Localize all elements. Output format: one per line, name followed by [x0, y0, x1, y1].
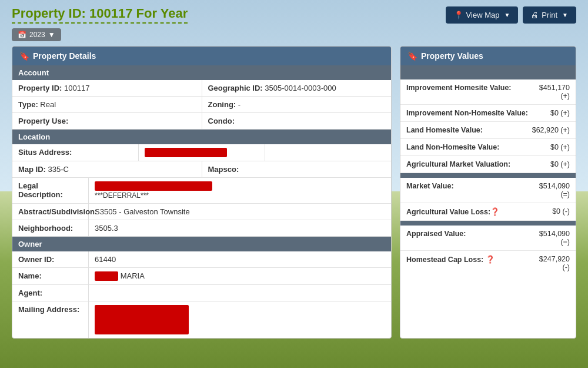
type-label: Type:: [18, 100, 38, 109]
homestead-cap-loss-label: Homestead Cap Loss: ❓: [406, 255, 539, 264]
legal-desc-row: Legal Description: ***DEFERRAL***: [12, 178, 391, 204]
condo-cell: Condo:: [202, 113, 392, 129]
name-redacted: [95, 271, 118, 281]
owner-id-value: 61440: [95, 255, 116, 264]
print-label: Print: [542, 11, 557, 19]
owner-id-label: Owner ID:: [18, 255, 54, 264]
property-use-cell: Property Use:: [12, 113, 202, 129]
homestead-cap-loss-row: Homestead Cap Loss: ❓ $247,920(-): [400, 251, 576, 276]
top-buttons: 📍 View Map ▼ 🖨 Print ▼: [446, 6, 576, 24]
property-id-label: Property ID:: [18, 84, 62, 92]
agricultural-market-label: Agricultural Market Valuation:: [406, 160, 550, 168]
values-separator-1: [400, 173, 576, 178]
type-cell: Type: Real: [12, 97, 202, 112]
name-partial-value: MARIA: [121, 271, 145, 280]
condo-label: Condo:: [208, 117, 235, 125]
legal-desc-label: Legal Description:: [18, 181, 63, 199]
values-subheader: [400, 65, 576, 79]
mailing-address-value-cell: [89, 301, 391, 338]
agent-label: Agent:: [18, 289, 42, 297]
land-non-homesite-label: Land Non-Homesite Value:: [406, 143, 550, 151]
year-dropdown[interactable]: 📅 2023 ▼: [12, 28, 61, 41]
abstract-value-cell: S3505 - Galveston Townsite: [89, 204, 391, 220]
situs-address-extra-cell: [265, 144, 391, 161]
improvement-homesite-amount: $451,170(+): [539, 84, 570, 100]
agricultural-value-loss-label: Agricultural Value Loss:❓: [406, 207, 552, 216]
mapsco-cell: Mapsco:: [202, 161, 392, 177]
property-id-row: Property ID: 100117 Geographic ID: 3505-…: [12, 80, 391, 97]
bookmark-values-icon: 🔖: [407, 51, 417, 61]
property-values-title: Property Values: [421, 51, 483, 61]
type-value: Real: [40, 100, 56, 109]
abstract-label: Abstract/Subdivision:: [18, 207, 97, 216]
land-homesite-row: Land Homesite Value: $62,920 (+): [400, 122, 576, 139]
zoning-label: Zoning:: [208, 100, 236, 109]
improvement-non-homesite-row: Improvement Non-Homesite Value: $0 (+): [400, 105, 576, 122]
values-separator-2: [400, 221, 576, 226]
property-use-label: Property Use:: [18, 117, 68, 125]
legal-desc-label-cell: Legal Description:: [12, 178, 89, 203]
property-details-header: 🔖 Property Details: [12, 47, 391, 65]
owner-id-row: Owner ID: 61440: [12, 251, 391, 268]
zoning-cell: Zoning: -: [202, 97, 392, 112]
land-homesite-label: Land Homesite Value:: [406, 126, 532, 134]
situs-address-value-cell: [139, 144, 265, 161]
property-use-row: Property Use: Condo:: [12, 113, 391, 130]
appraised-value-label: Appraised Value:: [406, 230, 539, 238]
abstract-value: S3505 - Galveston Townsite: [95, 207, 190, 216]
owner-section-header: Owner: [12, 237, 391, 251]
land-homesite-amount: $62,920 (+): [532, 126, 570, 134]
situs-address-redacted: [145, 148, 227, 157]
homestead-cap-loss-amount: $247,920(-): [539, 255, 570, 271]
neighborhood-value: 3505.3: [95, 224, 118, 233]
land-non-homesite-amount: $0 (+): [550, 143, 570, 151]
owner-id-label-cell: Owner ID:: [12, 251, 89, 267]
neighborhood-label-cell: Neighborhood:: [12, 220, 89, 236]
view-map-button[interactable]: 📍 View Map ▼: [446, 6, 519, 24]
owner-id-value-cell: 61440: [89, 251, 391, 267]
print-icon: 🖨: [531, 11, 539, 19]
map-id-label: Map ID:: [18, 165, 46, 174]
name-row: Name: MARIA: [12, 268, 391, 285]
geographic-id-value: 3505-0014-0003-000: [265, 84, 336, 92]
agent-value-cell: [89, 285, 391, 301]
property-details-card: 🔖 Property Details Account Property ID: …: [12, 46, 392, 339]
mailing-address-label-cell: Mailing Address:: [12, 301, 89, 338]
name-label: Name:: [18, 271, 42, 280]
location-section-header: Location: [12, 130, 391, 144]
neighborhood-label: Neighborhood:: [18, 224, 73, 233]
improvement-homesite-label: Improvement Homesite Value:: [406, 84, 539, 92]
year-caret-icon: ▼: [48, 31, 55, 39]
map-id-value: 335-C: [48, 165, 69, 174]
agricultural-value-loss-amount: $0 (-): [552, 207, 570, 216]
property-values-card: 🔖 Property Values Improvement Homesite V…: [400, 46, 576, 339]
map-caret-icon: ▼: [504, 12, 510, 18]
improvement-homesite-row: Improvement Homesite Value: $451,170(+): [400, 79, 576, 105]
neighborhood-value-cell: 3505.3: [89, 220, 391, 236]
print-button[interactable]: 🖨 Print ▼: [523, 6, 576, 24]
mapsco-label: Mapsco:: [208, 165, 239, 174]
map-id-row: Map ID: 335-C Mapsco:: [12, 161, 391, 178]
abstract-label-cell: Abstract/Subdivision:: [12, 204, 89, 220]
agricultural-market-row: Agricultural Market Valuation: $0 (+): [400, 156, 576, 173]
situs-address-row: Situs Address:: [12, 144, 391, 161]
mailing-address-label: Mailing Address:: [18, 305, 79, 314]
property-values-header: 🔖 Property Values: [400, 47, 576, 65]
agricultural-value-loss-row: Agricultural Value Loss:❓ $0 (-): [400, 203, 576, 221]
print-caret-icon: ▼: [562, 12, 568, 18]
mailing-address-row: Mailing Address:: [12, 301, 391, 338]
main-layout: 🔖 Property Details Account Property ID: …: [12, 46, 576, 339]
name-value-cell: MARIA: [89, 268, 391, 284]
market-value-amount: $514,090(=): [539, 182, 570, 198]
market-value-label: Market Value:: [406, 182, 539, 190]
geographic-id-cell: Geographic ID: 3505-0014-0003-000: [202, 80, 392, 96]
map-pin-icon: 📍: [454, 11, 463, 19]
year-value: 2023: [29, 31, 45, 39]
agricultural-market-amount: $0 (+): [550, 160, 570, 168]
legal-desc-redacted-1: [95, 181, 212, 191]
abstract-row: Abstract/Subdivision: S3505 - Galveston …: [12, 204, 391, 220]
situs-address-label: Situs Address:: [18, 148, 72, 157]
zoning-value: -: [238, 100, 240, 109]
market-value-row: Market Value: $514,090(=): [400, 178, 576, 203]
type-row: Type: Real Zoning: -: [12, 97, 391, 113]
